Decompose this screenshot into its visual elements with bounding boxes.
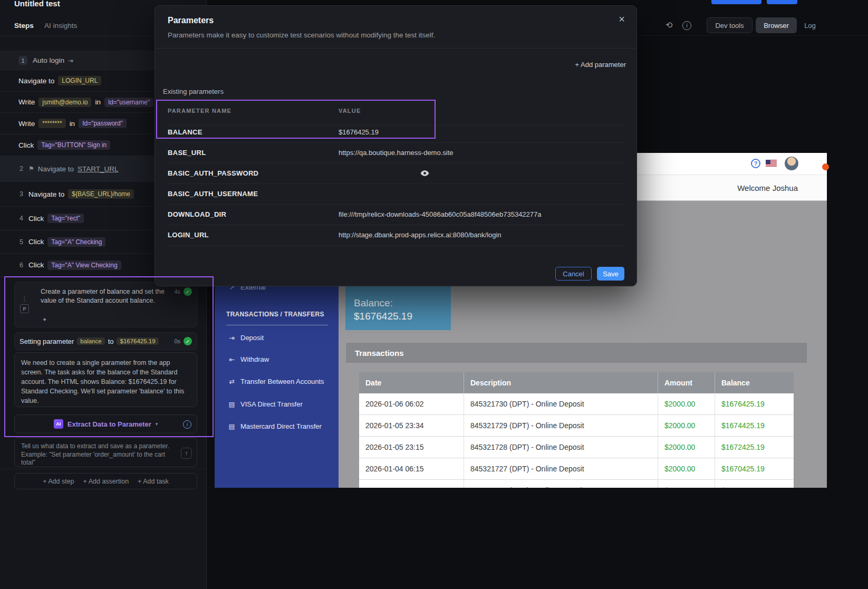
- tab-steps[interactable]: Steps: [14, 22, 34, 30]
- parameter-value: https://qa.boutique.harness-demo.site: [339, 149, 454, 157]
- tab-ai-insights[interactable]: AI insights: [44, 22, 77, 30]
- parameter-value: file:///tmp/relicx-downloads-45086ab60c0…: [339, 210, 542, 218]
- tx-amount: $2000.00: [658, 458, 715, 479]
- info-icon[interactable]: i: [183, 420, 191, 429]
- tx-amount: $2000.00: [658, 415, 715, 436]
- tx-amount: $50.00: [658, 480, 715, 488]
- nav-item-mastercard-direct-transfer[interactable]: ▤ Mastercard Direct Transfer: [228, 420, 322, 432]
- nav-item-transfer-between-accounts[interactable]: ⇄ Transfer Between Accounts: [228, 375, 324, 387]
- submit-prompt-button[interactable]: ↑: [181, 448, 192, 459]
- add-parameter-label: Add parameter: [581, 61, 626, 69]
- transaction-row-clipped: 2026-01-04 01:02 845321726 (DPT) - Onlin…: [359, 480, 794, 488]
- param-value-badge: $1676425.19: [117, 337, 158, 345]
- transaction-row: 2026-01-05 23:34 845321729 (DPT) - Onlin…: [359, 415, 794, 437]
- chevron-down-icon[interactable]: ▾: [156, 421, 158, 427]
- tx-balance: $1668425.19: [715, 480, 794, 488]
- tx-balance: $1676425.19: [715, 393, 794, 414]
- add-assertion-button[interactable]: + Add assertion: [83, 478, 129, 485]
- col-date: Date: [359, 372, 464, 393]
- step-verb: Click: [28, 238, 44, 246]
- nav-item-withdraw[interactable]: ⇤ Withdraw: [228, 353, 269, 365]
- step-verb: Navigate to: [38, 165, 74, 173]
- eye-icon[interactable]: [420, 170, 429, 178]
- transfer-icon: ⇄: [228, 378, 236, 385]
- close-icon[interactable]: ×: [619, 13, 625, 25]
- nav-section-transactions: TRANSACTIONS / TRANSFERS: [226, 311, 328, 325]
- step-group-label: Auto login: [33, 56, 64, 64]
- tx-amount: $2000.00: [658, 393, 715, 414]
- parameter-row-balance[interactable]: BALANCE $1676425.19: [168, 122, 625, 143]
- parameter-name: DOWNLOAD_DIR: [168, 210, 226, 218]
- col-parameter-name: PARAMETER NAME: [168, 108, 232, 114]
- secondary-action-button-clipped[interactable]: [767, 0, 797, 4]
- tx-description: 845321728 (DPT) - Online Deposit: [464, 437, 658, 458]
- tx-description: 845321726 (DPT) - Online Deposit: [464, 480, 658, 488]
- extract-data-to-parameter-button[interactable]: AI Extract Data to Parameter ▾ i: [14, 414, 197, 433]
- step-verb: Navigate to: [18, 77, 54, 85]
- nav-label: Mastercard Direct Transfer: [240, 422, 322, 430]
- step-mid: in: [70, 120, 75, 128]
- step-number: 2: [20, 165, 23, 172]
- tx-date: 2026-01-05 23:15: [359, 437, 464, 458]
- step-verb: Write: [18, 120, 35, 128]
- parameter-row-basic-auth-password[interactable]: BASIC_AUTH_PASSWORD: [168, 163, 625, 184]
- dev-tools-button[interactable]: Dev tools: [707, 17, 753, 33]
- tx-description: 845321729 (DPT) - Online Deposit: [464, 415, 658, 436]
- us-flag-icon[interactable]: [766, 160, 777, 167]
- primary-action-button-clipped[interactable]: [711, 0, 761, 4]
- step-value-badge: ********: [38, 119, 65, 128]
- flag-icon: ⚑: [28, 165, 34, 172]
- extract-prompt-input[interactable]: Tell us what data to extract and save as…: [14, 438, 197, 467]
- ai-task-card[interactable]: ⋮ P Create a parameter of balance and se…: [14, 282, 197, 327]
- help-icon[interactable]: ?: [751, 159, 760, 168]
- browser-toggle-button[interactable]: Browser: [756, 17, 797, 33]
- transaction-row: 2026-01-05 23:15 845321728 (DPT) - Onlin…: [359, 437, 794, 458]
- log-toggle-button[interactable]: Log: [797, 17, 823, 33]
- card-icon: ▤: [228, 422, 236, 430]
- parameter-name: BASIC_AUTH_USERNAME: [168, 190, 258, 198]
- step-number: 3: [20, 190, 23, 198]
- tx-balance: $1674425.19: [715, 415, 794, 436]
- step-number: 6: [20, 262, 23, 269]
- tx-description: 845321730 (DPT) - Online Deposit: [464, 393, 658, 414]
- step-target-badge: Tag="A" View Checking: [47, 260, 121, 270]
- deposit-icon: ⇥: [228, 334, 236, 342]
- parameter-name: BASE_URL: [168, 149, 206, 157]
- parameter-row-base-url[interactable]: BASE_URL https://qa.boutique.harness-dem…: [168, 142, 625, 163]
- save-button[interactable]: Save: [597, 267, 624, 281]
- nav-item-visa-direct-transfer[interactable]: ▤ VISA Direct Transfer: [228, 398, 303, 410]
- refresh-icon[interactable]: ⟲: [666, 20, 672, 30]
- drag-handle-icon: ⋮: [22, 296, 28, 302]
- task-gutter: ⋮ P: [20, 296, 29, 313]
- balance-label: Balance:: [354, 296, 451, 310]
- nav-label: Deposit: [240, 334, 264, 342]
- parameter-row-download-dir[interactable]: DOWNLOAD_DIR file:///tmp/relicx-download…: [168, 204, 625, 225]
- info-icon[interactable]: i: [682, 21, 691, 30]
- add-step-button[interactable]: + Add step: [43, 478, 74, 485]
- parameter-name: LOGIN_URL: [168, 231, 209, 239]
- step-number: 5: [20, 238, 23, 246]
- start-url-link[interactable]: START_URL: [78, 165, 119, 173]
- extract-label: Extract Data to Parameter: [67, 420, 151, 428]
- setting-parameter-row[interactable]: Setting parameter balance to $1676425.19…: [14, 332, 197, 350]
- step-number-badge: 1: [18, 56, 27, 65]
- tx-date: 2026-01-05 23:34: [359, 415, 464, 436]
- avatar[interactable]: [785, 157, 798, 170]
- add-parameter-button[interactable]: + Add parameter: [575, 61, 626, 69]
- parameter-row-basic-auth-username[interactable]: BASIC_AUTH_USERNAME: [168, 184, 625, 205]
- step-target-badge: Tag="rect": [47, 214, 84, 223]
- nav-item-deposit[interactable]: ⇥ Deposit: [228, 332, 264, 343]
- cancel-button[interactable]: Cancel: [555, 267, 592, 281]
- step-target-badge: Id="password": [79, 119, 127, 128]
- col-description: Description: [464, 372, 658, 393]
- step-target-badge: Tag="A" Checking: [47, 237, 105, 247]
- add-task-button[interactable]: + Add task: [138, 478, 169, 485]
- parameter-row-login-url[interactable]: LOGIN_URL http://stage.dbank.prod-apps.r…: [168, 225, 625, 246]
- plus-icon: +: [575, 61, 580, 69]
- test-title: Untitled test: [14, 0, 60, 8]
- tx-balance: $1672425.19: [715, 437, 794, 458]
- step-verb: Click: [28, 261, 44, 269]
- ai-explanation: We need to create a single parameter fro…: [14, 352, 197, 407]
- step-target-badge: Tag="BUTTON" Sign in: [37, 140, 110, 150]
- ai-task-text: Create a parameter of balance and set th…: [41, 287, 169, 305]
